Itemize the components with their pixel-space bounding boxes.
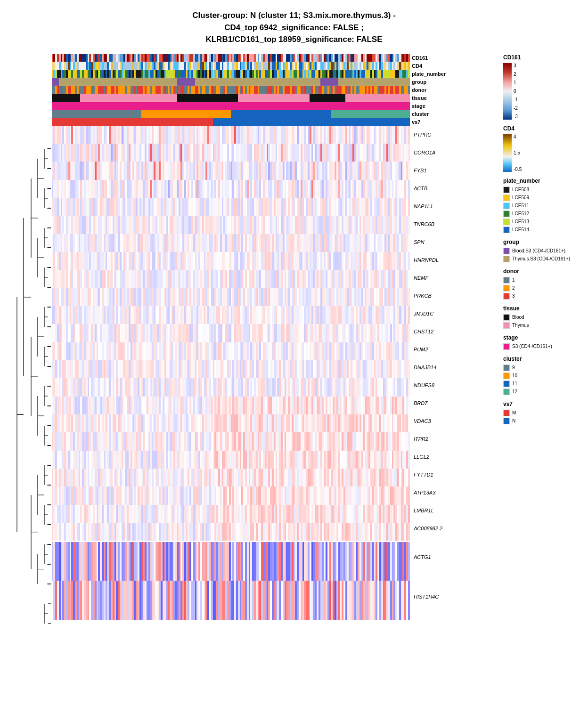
gene-label-ndufs8: NDUFS8	[412, 376, 452, 394]
heatmap-canvas	[52, 126, 410, 620]
legend-item: 1	[503, 277, 583, 284]
legend-color-swatch	[503, 256, 510, 262]
annotation-label-text: CD4	[412, 63, 454, 69]
legend-color-swatch	[503, 410, 510, 416]
legend-color-swatch	[503, 194, 510, 201]
legend-item: N	[503, 418, 583, 424]
legend-item-label: LCE514	[512, 227, 529, 232]
legend-item-label: Blood	[512, 315, 524, 320]
legend-item: Thymus.S3 (CD4-/CD161+)	[503, 256, 583, 262]
legend-vs7-title: vs7	[503, 401, 583, 407]
legend-item: 10	[503, 373, 583, 379]
legend-item-label: Thymus	[512, 323, 529, 328]
legend-color-swatch	[503, 203, 510, 209]
legend-stage: stageS3 (CD4-/CD161+)	[503, 334, 583, 350]
legend-item-label: N	[512, 418, 515, 423]
annotation-row-group: group	[52, 78, 494, 86]
legend-color-swatch	[503, 322, 510, 329]
legend-item-label: Blood.S3 (CD4-/CD161+)	[512, 248, 565, 253]
annotation-label-text: stage	[412, 103, 454, 109]
legend-item: LCE513	[503, 219, 583, 225]
legend-item-label: 2	[512, 285, 515, 291]
annotation-bar-canvas	[52, 54, 410, 62]
legend-item: LCE514	[503, 227, 583, 233]
legend-cd161-gradient-wrapper: 3210-1-2-3	[503, 63, 583, 120]
gene-label-jmjd1c: JMJD1C	[412, 305, 452, 323]
legend-group: groupBlood.S3 (CD4-/CD161+)Thymus.S3 (CD…	[503, 239, 583, 262]
annotation-bar-canvas	[52, 86, 410, 94]
legend-donor: donor123	[503, 268, 583, 300]
legend-item: LCE512	[503, 211, 583, 217]
legend-item: Thymus	[503, 322, 583, 329]
legend-item-label: LCE511	[512, 203, 529, 208]
legend-item-label: S3 (CD4-/CD161+)	[512, 344, 552, 349]
heatmap-main-row: PTPRCCORO1AFYB1ACTBNAP1L1TNRC6BSPNHNRNPD…	[52, 126, 494, 620]
gene-label-lmbr1l: LMBR1L	[412, 502, 452, 519]
legend-item-label: 3	[512, 293, 515, 299]
legend-item-label: 10	[512, 373, 517, 378]
legend-group-title: group	[503, 239, 583, 245]
legend-color-swatch	[503, 227, 510, 233]
annotation-label-text: cluster	[412, 111, 454, 117]
annotation-label-text: plate_number	[412, 71, 454, 77]
annotation-row-cd161: CD161	[52, 54, 494, 62]
legend-item: S3 (CD4-/CD161+)	[503, 343, 583, 350]
legend-item: LCE509	[503, 194, 583, 201]
heatmap-section: CD161CD4plate_numbergroupdonortissuestag…	[52, 54, 494, 620]
gene-label-nemf: NEMF	[412, 269, 452, 287]
legend-item-label: 11	[512, 381, 517, 386]
gene-label-coro1a: CORO1A	[412, 144, 452, 162]
gene-label-ptprc: PTPRC	[412, 126, 452, 144]
legend-cd161: CD1613210-1-2-3	[503, 54, 583, 120]
legend-item-label: LCE513	[512, 219, 529, 224]
gene-label-hnrnpdl: HNRNPDL	[412, 251, 452, 269]
legend-item: 9	[503, 365, 583, 371]
legend-color-swatch	[503, 314, 510, 321]
legend-color-swatch	[503, 248, 510, 254]
legend-color-swatch	[503, 285, 510, 292]
gene-label-fyb1: FYB1	[412, 162, 452, 179]
gene-label-atp13a3: ATP13A3	[412, 484, 452, 502]
annotation-row-cluster: cluster	[52, 110, 494, 118]
legend-item-label: Thymus.S3 (CD4-/CD161+)	[512, 256, 570, 261]
annotation-row-tissue: tissue	[52, 94, 494, 102]
main-container: Cluster-group: N (cluster 11; S3.mix.mor…	[0, 0, 588, 638]
legend-color-swatch	[503, 373, 510, 379]
legend-item: 11	[503, 381, 583, 387]
gene-label-nap1l1: NAP1L1	[412, 197, 452, 215]
left-dendrogram	[5, 139, 52, 633]
annotation-label-text: donor	[412, 87, 454, 93]
legend-item: Blood.S3 (CD4-/CD161+)	[503, 248, 583, 254]
legend-cluster: cluster9101112	[503, 356, 583, 395]
legend-cd161-title: CD161	[503, 54, 583, 61]
legend-color-swatch	[503, 211, 510, 217]
legend-color-swatch	[503, 186, 510, 193]
annotation-bar-canvas	[52, 70, 410, 78]
annotation-row-cd4: CD4	[52, 62, 494, 70]
annotation-row-vs7: vs7	[52, 118, 494, 126]
legend-item: LCE508	[503, 186, 583, 193]
annotation-row-donor: donor	[52, 86, 494, 94]
gene-label-chst12: CHST12	[412, 323, 452, 340]
gene-label-actg1: ACTG1	[412, 537, 452, 577]
legend-item: Blood	[503, 314, 583, 321]
gene-label-spn: SPN	[412, 233, 452, 251]
legend-tissue: tissueBloodThymus	[503, 305, 583, 329]
legend-cd4: CD441.5-0.5	[503, 125, 583, 172]
gene-label-brd7: BRD7	[412, 394, 452, 412]
gene-label-ac008982.2: AC008982.2	[412, 519, 452, 537]
legend-item: 2	[503, 285, 583, 292]
annotation-bars: CD161CD4plate_numbergroupdonortissuestag…	[52, 54, 494, 126]
legend-plate-number-title: plate_number	[503, 178, 583, 184]
gene-label-pum2: PUM2	[412, 340, 452, 358]
legend-item: 12	[503, 389, 583, 395]
annotation-label-text: vs7	[412, 119, 454, 125]
legend-cluster-title: cluster	[503, 356, 583, 362]
legend-item-label: 1	[512, 277, 515, 283]
gene-label-actb: ACTB	[412, 179, 452, 197]
annotation-bar-canvas	[52, 102, 410, 110]
legend-item-label: LCE508	[512, 187, 529, 192]
gene-label-dnajb14: DNAJB14	[412, 358, 452, 376]
chart-area: CD161CD4plate_numbergroupdonortissuestag…	[5, 54, 583, 633]
annotation-bar-canvas	[52, 110, 410, 118]
